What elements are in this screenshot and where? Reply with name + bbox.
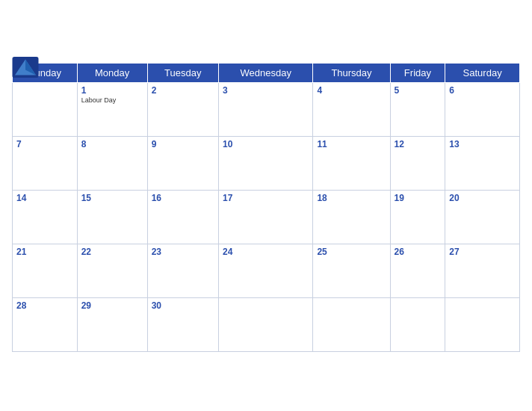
calendar-cell: 1Labour Day [77, 82, 147, 136]
day-header-tuesday: Tuesday [147, 63, 218, 82]
calendar-cell: 3 [218, 82, 312, 136]
day-number: 8 [81, 139, 143, 149]
calendar-cell [445, 297, 520, 351]
week-row-2: 78910111213 [13, 136, 520, 190]
day-number: 15 [81, 193, 143, 203]
calendar-cell: 28 [13, 297, 78, 351]
day-number: 12 [395, 139, 442, 149]
calendar-cell: 2 [147, 82, 218, 136]
day-number: 3 [223, 85, 309, 96]
week-row-4: 21222324252627 [13, 244, 520, 297]
week-row-3: 14151617181920 [13, 190, 520, 244]
day-number: 17 [223, 193, 309, 203]
day-number: 13 [449, 139, 516, 149]
calendar-cell: 6 [445, 82, 520, 136]
calendar-cell: 23 [147, 244, 218, 297]
calendar-cell: 22 [77, 244, 147, 297]
calendar-wrapper: SundayMondayTuesdayWednesdayThursdayFrid… [0, 48, 532, 364]
day-number: 25 [317, 247, 386, 257]
calendar-cell: 26 [390, 244, 445, 297]
day-number: 1 [81, 85, 143, 96]
calendar-cell: 29 [77, 297, 147, 351]
day-number: 11 [317, 139, 386, 149]
day-header-thursday: Thursday [313, 63, 390, 82]
day-number: 16 [152, 193, 214, 203]
day-number: 14 [16, 193, 73, 203]
week-row-1: 1Labour Day23456 [13, 82, 520, 136]
day-header-friday: Friday [390, 63, 445, 82]
day-number: 27 [449, 247, 516, 257]
calendar-cell: 13 [445, 136, 520, 190]
calendar-cell: 9 [147, 136, 218, 190]
day-number: 10 [223, 139, 309, 149]
day-number: 9 [152, 139, 214, 149]
day-number: 7 [16, 139, 73, 149]
day-number: 24 [223, 247, 309, 257]
logo-area [12, 57, 39, 78]
day-number: 20 [449, 193, 516, 203]
calendar-cell: 5 [390, 82, 445, 136]
calendar-cell: 7 [13, 136, 78, 190]
day-number: 19 [395, 193, 442, 203]
day-number: 23 [152, 247, 214, 257]
day-number: 29 [81, 300, 143, 311]
calendar-cell: 17 [218, 190, 312, 244]
calendar-cell [13, 82, 78, 136]
calendar-cell [313, 297, 390, 351]
calendar-cell: 20 [445, 190, 520, 244]
day-number: 22 [81, 247, 143, 257]
calendar-cell: 4 [313, 82, 390, 136]
generalblue-logo-icon [12, 57, 39, 78]
calendar-cell: 12 [390, 136, 445, 190]
calendar-table: SundayMondayTuesdayWednesdayThursdayFrid… [12, 63, 520, 352]
days-header-row: SundayMondayTuesdayWednesdayThursdayFrid… [13, 63, 520, 82]
day-header-wednesday: Wednesday [218, 63, 312, 82]
calendar-cell: 16 [147, 190, 218, 244]
calendar-cell: 18 [313, 190, 390, 244]
day-number: 2 [152, 85, 214, 96]
day-header-monday: Monday [77, 63, 147, 82]
calendar-cell: 25 [313, 244, 390, 297]
calendar-cell [390, 297, 445, 351]
calendar-cell: 11 [313, 136, 390, 190]
calendar-cell: 10 [218, 136, 312, 190]
day-number: 30 [152, 300, 214, 311]
day-number: 28 [16, 300, 73, 311]
day-header-saturday: Saturday [445, 63, 520, 82]
holiday-label: Labour Day [81, 96, 143, 104]
day-number: 21 [16, 247, 73, 257]
day-number: 26 [395, 247, 442, 257]
day-number: 4 [317, 85, 386, 96]
calendar-cell [218, 297, 312, 351]
calendar-cell: 27 [445, 244, 520, 297]
calendar-cell: 30 [147, 297, 218, 351]
calendar-cell: 19 [390, 190, 445, 244]
calendar-cell: 8 [77, 136, 147, 190]
calendar-cell: 14 [13, 190, 78, 244]
day-number: 18 [317, 193, 386, 203]
day-number: 5 [395, 85, 442, 96]
calendar-cell: 15 [77, 190, 147, 244]
calendar-cell: 21 [13, 244, 78, 297]
week-row-5: 282930 [13, 297, 520, 351]
calendar-cell: 24 [218, 244, 312, 297]
day-number: 6 [449, 85, 516, 96]
